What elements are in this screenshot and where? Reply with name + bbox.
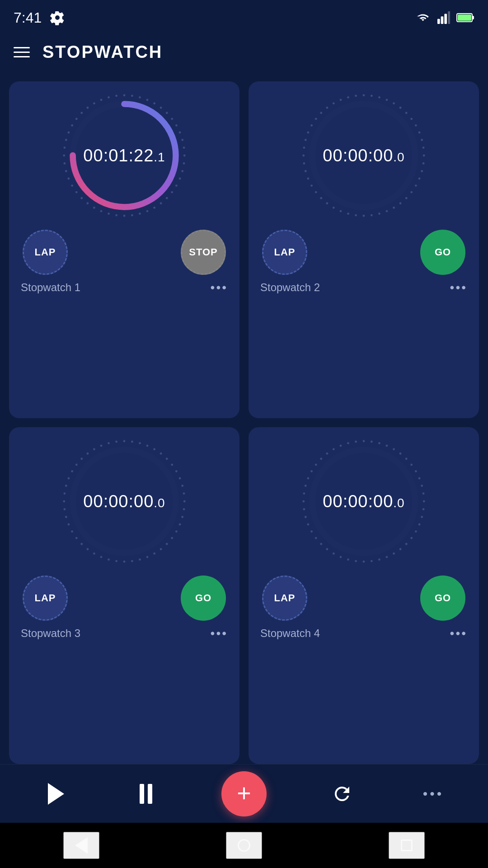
svg-point-9 (139, 96, 141, 99)
sw-more-1[interactable]: ••• (211, 280, 228, 295)
svg-point-75 (405, 197, 408, 199)
circle-timer-1: 00:01:22.1 (61, 92, 188, 219)
svg-point-124 (171, 537, 173, 539)
reset-button[interactable] (326, 778, 358, 810)
svg-point-62 (399, 107, 402, 109)
recents-icon (401, 840, 413, 851)
svg-point-42 (64, 162, 66, 165)
svg-point-187 (320, 543, 322, 545)
main-content: 00:01:22.1 LAP STOP Stopwatch 1 ••• 00:0… (0, 72, 488, 764)
svg-point-197 (310, 470, 313, 472)
sw-more-2[interactable]: ••• (450, 280, 467, 295)
svg-point-151 (93, 448, 95, 450)
lap-button-4[interactable]: LAP (262, 576, 307, 621)
svg-point-99 (320, 112, 322, 114)
signal-icon (437, 11, 450, 24)
svg-point-51 (93, 102, 95, 104)
svg-point-50 (86, 107, 89, 109)
svg-point-39 (71, 184, 73, 187)
svg-point-194 (303, 492, 305, 495)
add-button[interactable]: + (221, 771, 267, 816)
svg-point-84 (340, 210, 342, 212)
back-button[interactable] (63, 832, 99, 859)
svg-point-126 (160, 548, 162, 550)
action-button-1[interactable]: STOP (181, 230, 226, 275)
svg-point-16 (179, 132, 181, 134)
svg-point-132 (115, 560, 117, 562)
svg-point-101 (333, 102, 335, 104)
svg-point-14 (171, 118, 173, 120)
btn-row-3: LAP GO (18, 576, 230, 621)
svg-point-68 (422, 146, 425, 149)
bottom-bar: + ••• (0, 764, 488, 823)
svg-point-165 (415, 470, 417, 472)
svg-point-202 (340, 444, 342, 447)
svg-point-29 (139, 212, 141, 215)
more-button[interactable]: ••• (418, 778, 449, 810)
settings-icon (50, 10, 65, 25)
sw-footer-4: Stopwatch 4 ••• (258, 626, 470, 641)
svg-point-34 (100, 210, 103, 212)
svg-point-113 (166, 458, 168, 460)
svg-point-134 (100, 556, 103, 558)
svg-point-72 (418, 178, 421, 180)
svg-point-60 (386, 99, 388, 101)
svg-point-41 (65, 170, 67, 172)
svg-point-201 (333, 448, 335, 450)
lap-button-2[interactable]: LAP (262, 230, 307, 275)
pause-icon (140, 784, 152, 804)
sw-more-4[interactable]: ••• (450, 626, 467, 641)
svg-point-179 (378, 558, 380, 561)
svg-point-76 (399, 202, 402, 204)
sw-more-3[interactable]: ••• (211, 626, 228, 641)
svg-point-159 (378, 442, 380, 444)
svg-point-18 (183, 146, 185, 149)
svg-point-88 (315, 191, 317, 193)
svg-point-193 (302, 500, 305, 503)
svg-point-27 (153, 207, 155, 209)
svg-point-125 (166, 543, 168, 545)
svg-point-83 (347, 212, 349, 215)
svg-point-166 (418, 477, 421, 480)
play-button[interactable] (39, 778, 70, 810)
svg-point-145 (65, 485, 67, 487)
lap-button-3[interactable]: LAP (23, 576, 68, 621)
svg-point-178 (386, 556, 388, 558)
action-button-4[interactable]: GO (420, 576, 465, 621)
action-button-2[interactable]: GO (420, 230, 465, 275)
page-title: STOPWATCH (42, 42, 163, 62)
menu-button[interactable] (14, 47, 30, 57)
circle-timer-4: 00:00:00.0 (300, 438, 427, 565)
svg-point-131 (123, 561, 126, 563)
home-button[interactable] (226, 832, 262, 859)
svg-point-20 (183, 162, 185, 165)
svg-point-65 (415, 124, 417, 127)
svg-point-92 (303, 162, 305, 165)
play-icon (48, 783, 64, 805)
svg-point-61 (393, 102, 395, 104)
svg-point-69 (423, 155, 425, 157)
timer-display-1: 00:01:22.1 (83, 146, 165, 165)
status-time: 7:41 (14, 9, 42, 26)
recents-button[interactable] (389, 832, 425, 859)
svg-point-58 (371, 95, 373, 97)
back-icon (75, 837, 88, 854)
timer-main-1: 00:01:22 (83, 146, 154, 165)
svg-point-28 (146, 210, 149, 212)
svg-point-64 (410, 118, 413, 120)
timer-decimal-4: .0 (393, 496, 404, 510)
svg-point-199 (320, 458, 322, 460)
svg-point-100 (326, 107, 328, 109)
svg-point-79 (378, 212, 380, 215)
svg-point-37 (80, 197, 83, 199)
timer-main-2: 00:00:00 (323, 146, 393, 165)
action-button-3[interactable]: GO (181, 576, 226, 621)
btn-row-1: LAP STOP (18, 230, 230, 275)
svg-point-102 (340, 99, 342, 101)
svg-point-40 (67, 178, 70, 180)
svg-point-7 (123, 94, 126, 96)
svg-point-152 (100, 444, 103, 447)
lap-button-1[interactable]: LAP (23, 230, 68, 275)
pause-button[interactable] (130, 778, 162, 810)
svg-point-182 (355, 560, 357, 562)
